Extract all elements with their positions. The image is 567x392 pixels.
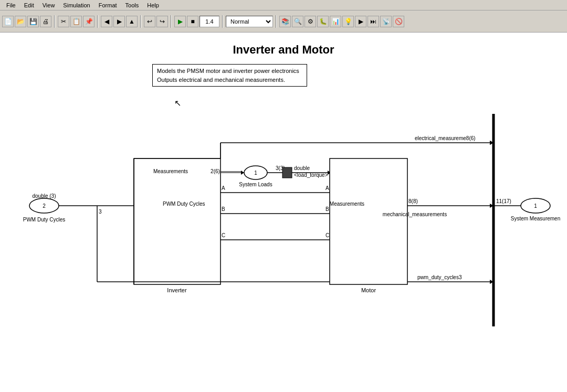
menu-file[interactable]: File bbox=[2, 1, 20, 9]
paste-button[interactable]: 📌 bbox=[83, 16, 94, 27]
profile-button[interactable]: 📊 bbox=[330, 16, 341, 27]
config-button[interactable]: ⚙ bbox=[304, 16, 316, 27]
cut-button[interactable]: ✂ bbox=[58, 16, 69, 27]
library-button[interactable]: 📚 bbox=[279, 16, 291, 27]
electrical-label: electrical_measureme8(6) bbox=[415, 135, 476, 141]
phase-c-right: C bbox=[326, 232, 329, 238]
motor-label: Motor bbox=[361, 287, 376, 293]
svg-rect-3 bbox=[134, 158, 220, 284]
sys-meas-oval-num: 1 bbox=[534, 203, 537, 209]
pwm-block-num: 2 bbox=[43, 203, 46, 209]
new-button[interactable]: 📄 bbox=[2, 16, 14, 27]
copy-button[interactable]: 📋 bbox=[70, 16, 82, 27]
sep1 bbox=[54, 15, 55, 28]
mech-meas-label: mechanical_measurements bbox=[383, 211, 447, 217]
phase-a-right: A bbox=[326, 185, 329, 191]
menu-format[interactable]: Format bbox=[94, 1, 121, 9]
menu-view[interactable]: View bbox=[38, 1, 59, 9]
phase-c-left: C bbox=[222, 232, 225, 238]
inverter-measurements-num: 2(6) bbox=[211, 168, 220, 174]
canvas[interactable]: Inverter and Motor Models the PMSM motor… bbox=[0, 33, 567, 392]
run-button2[interactable]: ▶ bbox=[355, 16, 366, 27]
sep6 bbox=[276, 15, 277, 28]
open-button[interactable]: 📂 bbox=[15, 16, 26, 27]
phase-b-right: B bbox=[326, 206, 329, 212]
zoom-input[interactable]: 1.4 bbox=[200, 16, 219, 27]
sys-meas-label: System Measuremen bbox=[511, 216, 560, 221]
pwm-duty-output-label: pwm_duty_cycles3 bbox=[417, 274, 462, 280]
sep3 bbox=[140, 15, 141, 28]
print-button[interactable]: 🖨 bbox=[40, 16, 51, 27]
menubar: File Edit View Simulation Format Tools H… bbox=[0, 0, 567, 10]
save-button[interactable]: 💾 bbox=[27, 16, 39, 27]
sim-mode-select[interactable]: Normal Accelerator Rapid Accelerator bbox=[226, 16, 273, 27]
inverter-label: Inverter bbox=[167, 287, 187, 293]
double-label: double bbox=[294, 165, 310, 171]
pwm-block-label: PWM Duty Cycles bbox=[23, 217, 66, 223]
svg-rect-19 bbox=[330, 158, 407, 284]
sys-loads-label: System Loads bbox=[239, 182, 272, 187]
hdl-button[interactable]: 💡 bbox=[342, 16, 354, 27]
sep5 bbox=[222, 15, 223, 28]
step-button[interactable]: ⏭ bbox=[368, 16, 379, 27]
sep2 bbox=[97, 15, 98, 28]
scope-button[interactable]: 📡 bbox=[380, 16, 392, 27]
phase-b-left: B bbox=[222, 206, 225, 212]
forward-button[interactable]: ▶ bbox=[113, 16, 125, 27]
inverter-measurements-label: Measurements bbox=[153, 168, 188, 174]
sep4 bbox=[171, 15, 172, 28]
back-button[interactable]: ◀ bbox=[101, 16, 112, 27]
sys-meas-num: 11(17) bbox=[496, 198, 511, 204]
play-button[interactable]: ▶ bbox=[174, 16, 186, 27]
menu-help[interactable]: Help bbox=[143, 1, 163, 9]
redo-button[interactable]: ↪ bbox=[156, 16, 168, 27]
up-button[interactable]: ▲ bbox=[126, 16, 138, 27]
toolbar: 📄 📂 💾 🖨 ✂ 📋 📌 ◀ ▶ ▲ ↩ ↪ ▶ ■ 1.4 Normal A… bbox=[0, 10, 567, 33]
model-explorer-button[interactable]: 🔍 bbox=[292, 16, 303, 27]
svg-marker-18 bbox=[241, 171, 244, 175]
stop-button[interactable]: ■ bbox=[187, 16, 198, 27]
diagram-svg: 2 double (3) PWM Duty Cycles 3 Inverter … bbox=[0, 33, 567, 392]
pwm-num-label: 3 bbox=[99, 209, 102, 215]
phase-a-left: A bbox=[222, 185, 225, 191]
menu-edit[interactable]: Edit bbox=[20, 1, 38, 9]
menu-simulation[interactable]: Simulation bbox=[59, 1, 94, 9]
menu-tools[interactable]: Tools bbox=[121, 1, 143, 9]
pwm-duty-inside: PWM Duty Cycles bbox=[163, 201, 205, 207]
motor-meas-num: 8(8) bbox=[408, 198, 418, 204]
debug-button[interactable]: 🐛 bbox=[317, 16, 329, 27]
sys-loads-num: 1 bbox=[254, 170, 257, 176]
block-button[interactable]: 🚫 bbox=[393, 16, 404, 27]
svg-rect-14 bbox=[282, 167, 292, 178]
undo-button[interactable]: ↩ bbox=[144, 16, 155, 27]
motor-measurements-label: Measurements bbox=[330, 201, 364, 207]
pwm-block-type: double (3) bbox=[32, 193, 56, 199]
